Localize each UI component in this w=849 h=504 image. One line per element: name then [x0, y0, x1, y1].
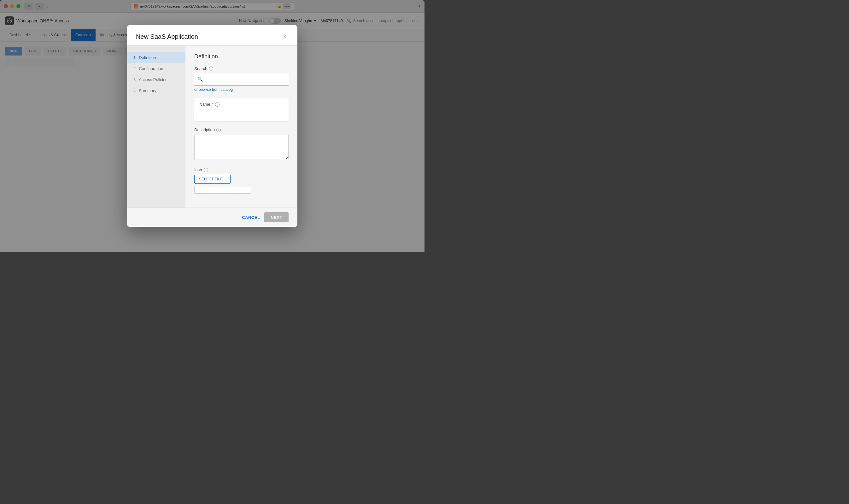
search-input[interactable] — [194, 73, 289, 85]
search-magnifier-icon: 🔍 — [197, 77, 203, 82]
modal-content: Definition Search i 🔍 or browse from cat… — [185, 46, 297, 208]
description-label: Description i — [194, 127, 289, 132]
search-label: Search i — [194, 66, 289, 71]
search-input-wrapper: 🔍 — [194, 73, 289, 86]
name-info-icon[interactable]: i — [215, 102, 219, 107]
wizard-step-access-policies[interactable]: 3 Access Policies — [127, 74, 185, 85]
icon-form-group: Icon i SELECT FILE... — [194, 167, 289, 194]
modal-overlay: New SaaS Application × 1 Definition 2 Co… — [0, 0, 424, 252]
new-saas-app-modal: New SaaS Application × 1 Definition 2 Co… — [127, 25, 297, 227]
next-button[interactable]: NEXT — [264, 212, 289, 222]
name-input[interactable] — [199, 109, 284, 117]
icon-info-icon[interactable]: i — [204, 168, 208, 172]
description-textarea[interactable] — [194, 135, 289, 160]
file-drop-area — [194, 186, 251, 194]
select-file-button[interactable]: SELECT FILE... — [194, 175, 231, 183]
icon-label: Icon i — [194, 167, 289, 172]
wizard-sidebar: 1 Definition 2 Configuration 3 Access Po… — [127, 46, 185, 208]
description-form-group: Description i — [194, 127, 289, 161]
search-info-icon[interactable]: i — [209, 67, 213, 71]
name-form-group: Name * i — [194, 98, 289, 121]
wizard-step-summary[interactable]: 4 Summary — [127, 85, 185, 96]
modal-header: New SaaS Application × — [127, 25, 297, 46]
cancel-button[interactable]: CANCEL — [242, 215, 260, 220]
name-label: Name * i — [199, 102, 284, 107]
wizard-step-configuration[interactable]: 2 Configuration — [127, 63, 185, 74]
description-info-icon[interactable]: i — [216, 128, 221, 132]
modal-title: New SaaS Application — [136, 33, 198, 40]
name-required-marker: * — [212, 102, 214, 107]
modal-body: 1 Definition 2 Configuration 3 Access Po… — [127, 46, 297, 208]
modal-close-button[interactable]: × — [281, 33, 289, 40]
wizard-step-definition[interactable]: 1 Definition — [127, 52, 185, 63]
section-title: Definition — [194, 53, 289, 60]
modal-footer: CANCEL NEXT — [127, 208, 297, 227]
search-form-group: Search i 🔍 or browse from catalog — [194, 66, 289, 92]
browse-catalog-link[interactable]: or browse from catalog — [194, 87, 289, 92]
window: ⊞ ▾ ‹ m407817149.workspaceair.com/SAAS/a… — [0, 0, 424, 252]
